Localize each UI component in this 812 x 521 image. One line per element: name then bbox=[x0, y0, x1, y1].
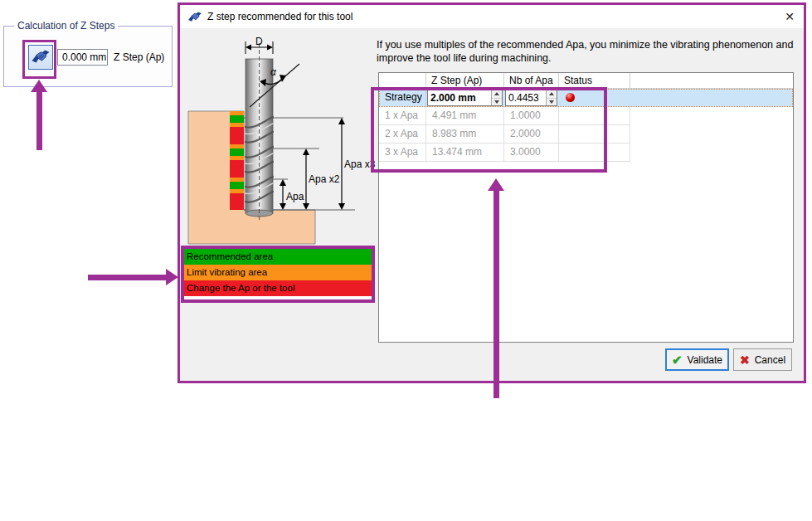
tool-diagram: D α bbox=[187, 37, 379, 251]
annotation-arrow-legend-shaft bbox=[88, 275, 167, 280]
row-status bbox=[559, 144, 630, 162]
z-step-value[interactable]: 2.000 mm bbox=[428, 90, 491, 105]
header-status: Status bbox=[559, 73, 630, 89]
handshake-icon bbox=[187, 9, 202, 24]
row-status bbox=[559, 107, 630, 125]
header-blank bbox=[379, 73, 426, 89]
row-label: 3 x Apa bbox=[379, 144, 426, 162]
instruction-text: If you use multiples of the recommended … bbox=[377, 38, 801, 65]
table-row-3x-apa[interactable]: 3 x Apa 13.474 mm 3.0000 bbox=[379, 144, 630, 162]
legend-change-ap-or-tool: Change the Ap or the tool bbox=[184, 280, 372, 296]
legend-limit-vibrating-area: Limit vibrating area bbox=[184, 265, 372, 280]
legend-box: Recommended area Limit vibrating area Ch… bbox=[181, 246, 375, 303]
spinner-up-icon[interactable] bbox=[492, 90, 502, 98]
legend-recommended-area: Recommended area bbox=[184, 249, 372, 265]
z-step-dialog: Z step recommended for this tool ✕ If yo… bbox=[177, 2, 806, 383]
row-z-step: 13.474 mm bbox=[426, 144, 504, 162]
row-status bbox=[559, 125, 630, 144]
validate-button[interactable]: ✔ Validate bbox=[665, 348, 729, 371]
screenshot-canvas: Calculation of Z Steps 0.000 mm Z Step (… bbox=[0, 0, 812, 521]
z-step-calculator-button[interactable] bbox=[28, 45, 53, 70]
check-icon: ✔ bbox=[672, 353, 683, 366]
apa-strips bbox=[230, 111, 244, 210]
dialog-titlebar: Z step recommended for this tool ✕ bbox=[180, 5, 804, 28]
row-z-step: 4.491 mm bbox=[426, 107, 504, 125]
cross-icon: ✖ bbox=[740, 354, 750, 366]
calculation-groupbox: Calculation of Z Steps 0.000 mm Z Step (… bbox=[3, 26, 173, 87]
close-icon[interactable]: ✕ bbox=[776, 5, 804, 28]
row-label: 1 x Apa bbox=[379, 107, 426, 125]
z-step-spinbox[interactable]: 2.000 mm bbox=[427, 90, 503, 106]
cancel-button-label: Cancel bbox=[755, 354, 785, 366]
spinner-down-icon[interactable] bbox=[547, 98, 557, 106]
header-z-step: Z Step (Ap) bbox=[426, 73, 504, 89]
spinner-down-icon[interactable] bbox=[492, 98, 502, 106]
annotation-arrow-table bbox=[488, 178, 504, 191]
table-row-1x-apa[interactable]: 1 x Apa 4.491 mm 1.0000 bbox=[379, 107, 630, 125]
z-step-input[interactable]: 0.000 mm bbox=[57, 49, 108, 66]
groupbox-title: Calculation of Z Steps bbox=[14, 20, 118, 32]
nb-of-apa-value[interactable]: 0.4453 bbox=[506, 90, 546, 105]
annotation-arrow-icon-shaft bbox=[36, 91, 42, 150]
row-label: 2 x Apa bbox=[379, 125, 426, 144]
apa-x2-label: Apa x2 bbox=[309, 173, 340, 185]
validate-button-label: Validate bbox=[688, 354, 722, 366]
row-nb-of-apa: 2.0000 bbox=[504, 125, 559, 144]
diameter-label: D bbox=[255, 37, 263, 47]
apa-x3-label: Apa x3 bbox=[344, 158, 376, 170]
row-nb-of-apa: 1.0000 bbox=[504, 107, 559, 125]
row-label: Strategy bbox=[379, 89, 426, 107]
table-row-strategy[interactable]: Strategy 2.000 mm 0.4453 bbox=[379, 89, 793, 107]
table-header: Z Step (Ap) Nb of Apa Status bbox=[379, 73, 793, 89]
angle-label: α bbox=[270, 66, 277, 78]
annotation-arrow-legend bbox=[166, 269, 178, 285]
annotation-arrow-icon bbox=[31, 80, 47, 92]
apa-table: Z Step (Ap) Nb of Apa Status Strategy 2.… bbox=[378, 72, 794, 343]
z-step-input-label: Z Step (Ap) bbox=[114, 51, 164, 63]
annotation-arrow-table-shaft bbox=[494, 190, 499, 398]
spinner-up-icon[interactable] bbox=[547, 90, 557, 98]
row-z-step: 8.983 mm bbox=[426, 125, 504, 144]
row-nb-of-apa: 3.0000 bbox=[504, 144, 559, 162]
cancel-button[interactable]: ✖ Cancel bbox=[733, 348, 792, 371]
nb-of-apa-spinbox[interactable]: 0.4453 bbox=[505, 90, 557, 106]
status-red-ball-icon bbox=[566, 93, 575, 102]
header-nb-of-apa: Nb of Apa bbox=[504, 73, 559, 89]
dialog-title: Z step recommended for this tool bbox=[207, 5, 353, 28]
apa-label: Apa bbox=[286, 191, 304, 202]
handshake-icon bbox=[31, 46, 51, 69]
table-row-2x-apa[interactable]: 2 x Apa 8.983 mm 2.0000 bbox=[379, 125, 630, 144]
